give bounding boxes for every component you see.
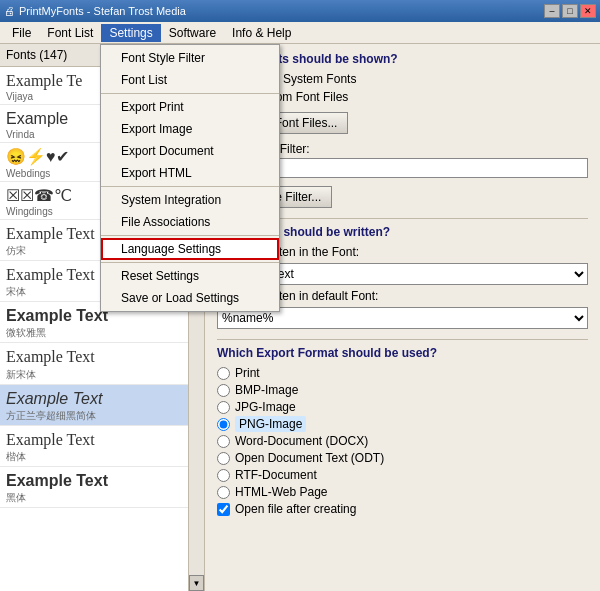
export-rtf-label: RTF-Document [235,468,317,482]
dropdown-export-html[interactable]: Export HTML [101,162,279,184]
export-docx-row: Word-Document (DOCX) [217,434,588,448]
dropdown-font-style-filter[interactable]: Font Style Filter [101,47,279,69]
font-preview: Example Text [6,389,182,408]
export-html-radio[interactable] [217,486,230,499]
menu-fontlist[interactable]: Font List [39,24,101,42]
font-name-label: 黑体 [6,491,182,505]
dropdown-save-load-settings[interactable]: Save or Load Settings [101,287,279,309]
dropdown-export-document[interactable]: Export Document [101,140,279,162]
export-rtf-radio[interactable] [217,469,230,482]
font-name-label: 微软雅黑 [6,326,182,340]
export-print-row: Print [217,366,588,380]
list-item[interactable]: Example Text 楷体 [0,426,188,467]
separator-3 [101,235,279,236]
menu-settings[interactable]: Settings [101,24,160,42]
font-name-label: 新宋体 [6,368,182,382]
title-bar-text: PrintMyFonts - Stefan Trost Media [15,5,544,17]
export-section-title: Which Export Format should be used? [217,346,588,360]
dropdown-reset-settings[interactable]: Reset Settings [101,265,279,287]
dropdown-font-list[interactable]: Font List [101,69,279,91]
dropdown-language-settings[interactable]: Language Settings [101,238,279,260]
title-bar: 🖨 PrintMyFonts - Stefan Trost Media – □ … [0,0,600,22]
export-jpg-row: JPG-Image [217,400,588,414]
app-icon: 🖨 [4,5,15,17]
open-after-creating-checkbox[interactable] [217,503,230,516]
menu-bar: File Font List Settings Software Info & … [0,22,600,44]
export-jpg-radio[interactable] [217,401,230,414]
separator-1 [101,93,279,94]
list-item[interactable]: Example Text 方正兰亭超细黑简体 [0,385,188,426]
separator-2 [101,186,279,187]
export-bmp-radio[interactable] [217,384,230,397]
dropdown-export-image[interactable]: Export Image [101,118,279,140]
open-after-creating-row: Open file after creating [217,502,588,516]
export-print-label: Print [235,366,260,380]
list-item[interactable]: Example Text 新宋体 [0,343,188,384]
section-divider-2 [217,339,588,340]
export-docx-label: Word-Document (DOCX) [235,434,368,448]
font-name-label: 方正兰亭超细黑简体 [6,409,182,423]
separator-4 [101,262,279,263]
close-button[interactable]: ✕ [580,4,596,18]
export-png-radio[interactable] [217,418,230,431]
export-jpg-label: JPG-Image [235,400,296,414]
menu-info[interactable]: Info & Help [224,24,299,42]
font-name-label: 楷体 [6,450,182,464]
export-section: Which Export Format should be used? Prin… [217,346,588,516]
font-preview: Example Text [6,347,182,366]
export-print-radio[interactable] [217,367,230,380]
export-odt-row: Open Document Text (ODT) [217,451,588,465]
maximize-button[interactable]: □ [562,4,578,18]
export-bmp-label: BMP-Image [235,383,298,397]
font-preview: Example Text [6,471,182,490]
settings-dropdown: Font Style Filter Font List Export Print… [100,44,280,312]
export-html-row: HTML-Web Page [217,485,588,499]
list-item[interactable]: Example Text 黑体 [0,467,188,508]
menu-software[interactable]: Software [161,24,224,42]
dropdown-system-integration[interactable]: System Integration [101,189,279,211]
export-docx-radio[interactable] [217,435,230,448]
export-odt-radio[interactable] [217,452,230,465]
export-odt-label: Open Document Text (ODT) [235,451,384,465]
dropdown-file-associations[interactable]: File Associations [101,211,279,233]
export-png-label: PNG-Image [235,417,306,431]
export-png-row: PNG-Image [217,417,588,431]
export-rtf-row: RTF-Document [217,468,588,482]
menu-file[interactable]: File [4,24,39,42]
window-content: Fonts (147) Example Te Vijaya Example Vr… [0,44,600,591]
minimize-button[interactable]: – [544,4,560,18]
font-preview: Example Text [6,430,182,449]
export-bmp-row: BMP-Image [217,383,588,397]
scroll-down-button[interactable]: ▼ [189,575,204,591]
export-html-label: HTML-Web Page [235,485,327,499]
dropdown-export-print[interactable]: Export Print [101,96,279,118]
open-after-creating-label: Open file after creating [235,502,356,516]
